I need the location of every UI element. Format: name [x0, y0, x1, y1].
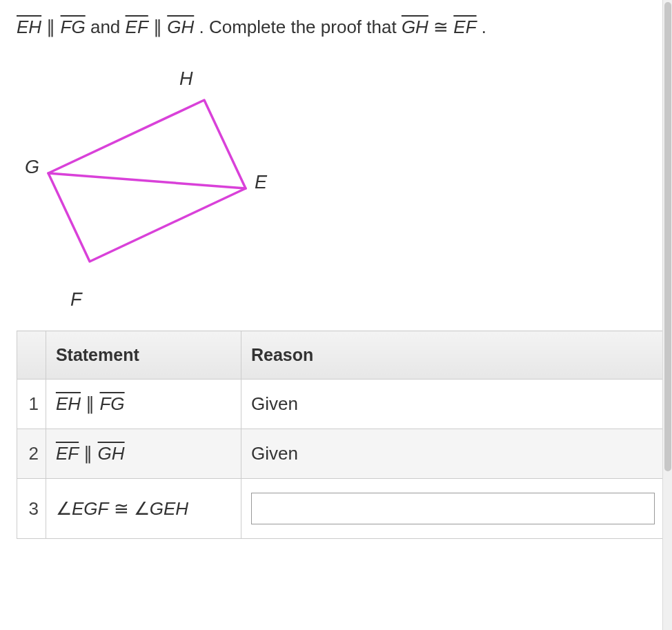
row-statement: EH ∥ FG: [46, 380, 241, 429]
svg-line-1: [48, 173, 246, 188]
row-number: 1: [17, 380, 46, 429]
segment-eh: EH: [17, 17, 41, 37]
parallelogram-svg: [23, 68, 272, 303]
text-period: .: [482, 17, 486, 37]
conclusion-gh: GH: [402, 17, 428, 37]
stmt-seg-a: EH: [56, 393, 81, 414]
reason-input[interactable]: [251, 493, 655, 524]
table-row: 2 EF ∥ GH Given: [17, 429, 665, 479]
stmt-seg-b: GH: [98, 443, 125, 464]
row-statement: ∠EGF ≅ ∠GEH: [46, 479, 241, 539]
header-reason: Reason: [241, 331, 665, 380]
stmt-seg-a: EF: [56, 443, 79, 464]
table-row: 1 EH ∥ FG Given: [17, 380, 665, 429]
segment-ef: EF: [126, 17, 148, 37]
stmt-angle-a: EGF: [72, 498, 108, 519]
header-statement: Statement: [46, 331, 241, 380]
text-and: and: [90, 17, 126, 37]
segment-gh: GH: [167, 17, 194, 37]
header-number: [17, 331, 46, 380]
row-reason: Given: [241, 429, 665, 479]
row-reason-input-cell: [241, 479, 665, 539]
problem-content: EH ∥ FG and EF ∥ GH . Complete the proof…: [0, 0, 672, 539]
stmt-seg-b: FG: [99, 393, 124, 414]
text-complete: . Complete the proof that: [199, 17, 401, 37]
stmt-angle-b: GEH: [150, 498, 188, 519]
segment-fg: FG: [61, 17, 86, 37]
proof-table: Statement Reason 1 EH ∥ FG Given 2 EF ∥: [17, 331, 665, 539]
conclusion-ef: EF: [453, 17, 476, 37]
row-reason: Given: [241, 380, 665, 429]
vertical-scrollbar[interactable]: [662, 0, 672, 630]
row-statement: EF ∥ GH: [46, 429, 241, 479]
scrollbar-thumb[interactable]: [664, 2, 671, 471]
geometry-diagram: H G E F: [23, 68, 662, 317]
row-number: 2: [17, 429, 46, 479]
row-number: 3: [17, 479, 46, 539]
table-header-row: Statement Reason: [17, 331, 665, 380]
problem-statement: EH ∥ FG and EF ∥ GH . Complete the proof…: [17, 14, 662, 41]
table-row: 3 ∠EGF ≅ ∠GEH: [17, 479, 665, 539]
